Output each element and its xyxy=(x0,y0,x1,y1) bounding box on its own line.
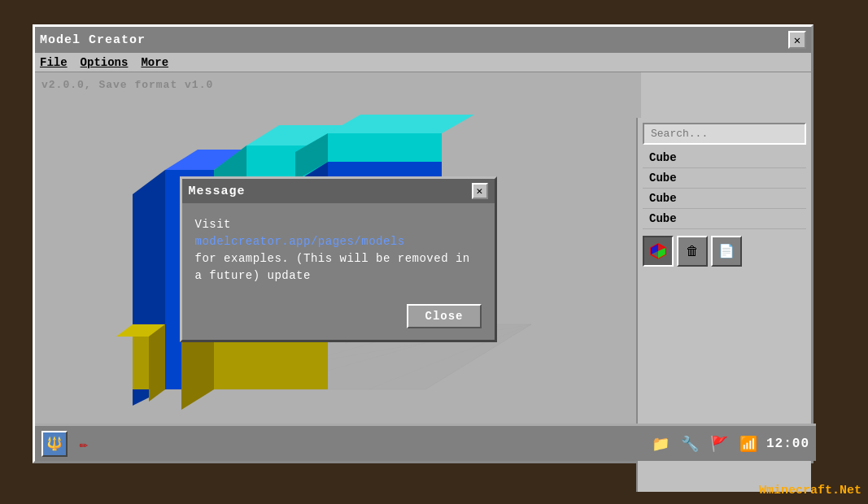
dialog-footer: Close xyxy=(182,298,495,340)
pencil-button[interactable]: ✏ xyxy=(72,432,95,455)
flag-icon: 🚩 xyxy=(710,435,728,453)
folder-button[interactable]: 📁 xyxy=(649,432,672,455)
menu-bar: File Options More xyxy=(35,53,811,72)
cube-list-item[interactable]: Cube xyxy=(643,168,806,189)
dialog-link[interactable]: modelcreator.app/pages/models xyxy=(195,235,405,248)
taskbar-right: 📁 🔧 🚩 📶 12:00 xyxy=(649,432,809,455)
menu-file[interactable]: File xyxy=(40,56,68,69)
dialog-close-button[interactable]: ✕ xyxy=(472,183,488,199)
tool-icon-button[interactable]: 🔱 xyxy=(41,431,68,457)
window-title: Model Creator xyxy=(40,33,146,47)
taskbar-left: 🔱 ✏ xyxy=(41,431,95,457)
menu-more[interactable]: More xyxy=(141,56,168,69)
dialog-close-btn[interactable]: Close xyxy=(407,304,481,328)
add-cube-icon xyxy=(649,242,667,260)
cube-list: Cube Cube Cube Cube xyxy=(643,148,806,229)
dialog-text: Visit modelcreator.app/pages/models for … xyxy=(195,216,482,285)
viewport: v2.0.0, Save format v1.0 xyxy=(35,72,641,446)
watermark: Wminecraft.Net xyxy=(759,484,861,497)
trident-icon: 🔱 xyxy=(46,436,63,452)
cube-toolbar: 🗑 📄 xyxy=(643,236,806,267)
taskbar: 🔱 ✏ 📁 🔧 🚩 📶 12:00 xyxy=(35,424,816,461)
taskbar-time: 12:00 xyxy=(766,437,809,451)
folder-icon: 📁 xyxy=(652,435,670,453)
dialog-text-after: for examples. (This will be removed in a… xyxy=(195,252,470,282)
search-input[interactable] xyxy=(643,123,806,145)
cube-list-item[interactable]: Cube xyxy=(643,189,806,209)
cube-list-item[interactable]: Cube xyxy=(643,209,806,229)
window-close-button[interactable]: ✕ xyxy=(788,31,806,49)
copy-icon: 📄 xyxy=(718,243,735,259)
dialog-title: Message xyxy=(189,185,246,198)
delete-button[interactable]: 🗑 xyxy=(677,236,708,267)
menu-options[interactable]: Options xyxy=(81,56,129,69)
delete-icon: 🗑 xyxy=(686,244,699,259)
signal-button[interactable]: 📶 xyxy=(737,432,760,455)
copy-button[interactable]: 📄 xyxy=(711,236,742,267)
wrench-icon: 🔧 xyxy=(681,435,699,453)
main-window: Model Creator ✕ File Options More v2.0.0… xyxy=(33,24,813,463)
signal-icon: 📶 xyxy=(739,435,757,453)
wrench-button[interactable]: 🔧 xyxy=(678,432,701,455)
flag-button[interactable]: 🚩 xyxy=(708,432,731,455)
message-dialog: Message ✕ Visit modelcreator.app/pages/m… xyxy=(180,176,497,342)
dialog-overlay: Message ✕ Visit modelcreator.app/pages/m… xyxy=(35,72,641,446)
add-cube-button[interactable] xyxy=(643,236,674,267)
title-bar: Model Creator ✕ xyxy=(35,27,811,53)
cube-list-item[interactable]: Cube xyxy=(643,148,806,168)
dialog-text-before: Visit xyxy=(195,218,232,231)
dialog-title-bar: Message ✕ xyxy=(182,179,495,203)
dialog-body: Visit modelcreator.app/pages/models for … xyxy=(182,203,495,298)
pencil-icon: ✏ xyxy=(80,435,89,453)
